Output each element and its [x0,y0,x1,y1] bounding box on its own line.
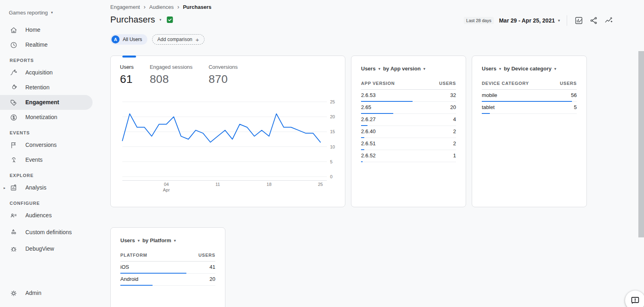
metric-value: 20 [210,276,215,285]
gear-icon [10,289,18,297]
sidebar-item-label: Retention [25,84,50,91]
sidebar-item-conversions[interactable]: Conversions [0,138,93,152]
dimension-value: mobile [482,92,497,101]
dimension-value: 2.65 [361,104,371,113]
feedback-button[interactable] [625,291,644,307]
users-by-platform-card: Users ▾ by Platform ▾ PLATFORM USERS iOS… [110,227,225,307]
sidebar-item-acquisition[interactable]: Acquisition [0,65,93,80]
all-users-chip[interactable]: A All Users [110,34,147,45]
chevron-right-icon: › [177,4,179,10]
nav-section-events: EVENTS [0,125,103,138]
svg-text:25: 25 [318,182,323,187]
flag-icon [10,141,18,149]
dimension-dropdown[interactable]: by Platform [142,237,171,243]
sidebar-nav: Home Realtime REPORTS Acquisition Retent… [0,23,103,256]
chevron-down-icon[interactable]: ▾ [378,66,380,71]
sidebar-item-audiences[interactable]: Audiences [0,208,93,223]
insights-icon[interactable] [604,16,613,25]
svg-text:20: 20 [330,114,335,119]
date-range-picker[interactable]: Mar 29 - Apr 25, 2021 ▾ [499,17,560,24]
dimension-dropdown[interactable]: by Device category [504,66,552,72]
sidebar-item-realtime[interactable]: Realtime [0,37,93,52]
sidebar-item-home[interactable]: Home [0,23,93,37]
add-comparison-label: Add comparison [157,37,192,42]
sidebar-item-retention[interactable]: Retention [0,80,93,95]
verified-report-icon[interactable] [166,16,174,24]
breadcrumb-engagement[interactable]: Engagement [110,4,140,10]
avatar: A [111,35,120,43]
nav-section-reports: REPORTS [0,52,103,65]
share-icon[interactable] [589,16,599,25]
chevron-down-icon[interactable]: ▾ [138,238,140,243]
dimension-table: PLATFORM USERS iOS 41 Android 20 [120,253,215,286]
breadcrumb: Engagement › Audiences › Purchasers [110,4,211,10]
add-comparison-button[interactable]: Add comparison + [152,34,204,45]
chevron-down-icon[interactable]: ▾ [423,66,425,71]
metric-value: 32 [450,92,456,101]
sidebar-item-events[interactable]: Events [0,152,93,167]
sidebar-item-label: Events [25,157,43,163]
audiences-icon [10,212,18,220]
dimension-value: 2.6.51 [361,140,376,150]
chevron-down-icon[interactable]: ▾ [159,18,161,22]
table-row: 2.6.52 1 [361,150,456,162]
sidebar-item-label: Acquisition [25,69,53,76]
dimension-table: APP VERSION USERS 2.6.53 32 2.65 20 2.6.… [361,81,456,162]
svg-text:18: 18 [266,182,271,187]
chevron-right-icon: › [144,4,146,10]
table-row: 2.6.27 4 [361,114,456,126]
sidebar-item-analysis[interactable]: ▸ Analysis [0,180,93,195]
nav-section-explore: EXPLORE [0,167,103,180]
dimension-dropdown[interactable]: by App version [383,66,421,72]
sidebar-item-custom-definitions[interactable]: Custom definitions [0,223,93,241]
dollar-icon [10,113,18,122]
property-selector[interactable]: Games reporting ▾ [0,0,103,16]
card-header: Users ▾ by Platform ▾ [120,237,176,243]
sidebar-item-label: Custom definitions [25,229,72,236]
home-icon [10,26,18,34]
users-over-time-line-chart[interactable]: 051015202504Apr111825 [111,56,345,207]
shapes-icon [10,228,18,236]
table-row: 2.65 20 [361,102,456,114]
sidebar-item-label: Audiences [25,212,52,219]
chevron-down-icon[interactable]: ▾ [554,66,556,71]
metric-value: 2 [453,128,456,138]
customize-report-icon[interactable] [574,16,584,25]
dimension-value: 2.6.53 [361,92,376,101]
svg-text:0: 0 [330,174,332,179]
sidebar-item-label: Analysis [25,184,46,191]
metric-value: 4 [453,116,456,126]
breadcrumb-audiences[interactable]: Audiences [149,4,174,10]
metric-dropdown[interactable]: Users [120,237,135,243]
feedback-bubble-icon [630,296,640,305]
dimension-value: 2.6.52 [361,152,376,162]
expand-arrow-icon[interactable]: ▸ [4,186,6,190]
vertical-scrollbar[interactable] [638,51,644,237]
table-row: 2.6.51 2 [361,138,456,150]
value-bar [482,113,490,114]
page-title: Purchasers [110,14,155,25]
chevron-down-icon[interactable]: ▾ [499,66,501,71]
table-row: 2.6.40 2 [361,126,456,138]
value-bar [120,285,153,286]
sidebar-item-engagement[interactable]: Engagement [0,95,93,110]
plus-icon: + [196,36,199,43]
dimension-column-header: APP VERSION [361,81,395,86]
sidebar-item-monetization[interactable]: Monetization [0,110,93,125]
users-by-app-version-card: Users ▾ by App version ▾ APP VERSION USE… [351,56,466,207]
chevron-down-icon: ▾ [558,19,560,23]
dimension-value: tablet [482,104,495,113]
table-header: PLATFORM USERS [120,253,215,262]
metric-dropdown[interactable]: Users [361,66,376,72]
sidebar-item-label: Realtime [25,41,47,48]
metric-dropdown[interactable]: Users [482,66,496,72]
svg-text:25: 25 [330,99,335,104]
sidebar-item-admin[interactable]: Admin [0,286,93,301]
card-header: Users ▾ by App version ▾ [361,66,425,72]
chevron-down-icon[interactable]: ▾ [174,238,176,243]
metric-column-header: USERS [198,253,215,258]
sidebar-item-debugview[interactable]: DebugView [0,241,93,256]
clock-icon [10,41,18,49]
dimension-table: DEVICE CATEGORY USERS mobile 56 tablet 5 [482,81,577,114]
table-row: mobile 56 [482,90,577,102]
